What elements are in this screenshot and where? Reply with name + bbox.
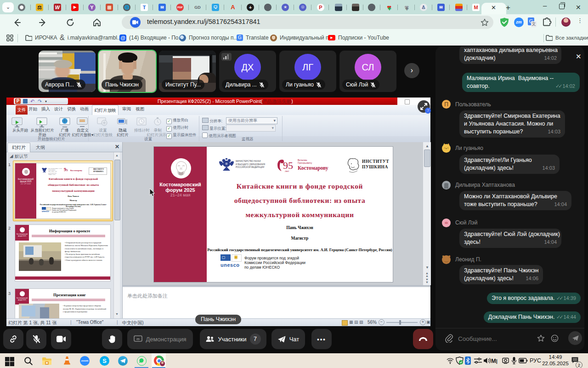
svg-text:лет: лет: [285, 170, 289, 172]
